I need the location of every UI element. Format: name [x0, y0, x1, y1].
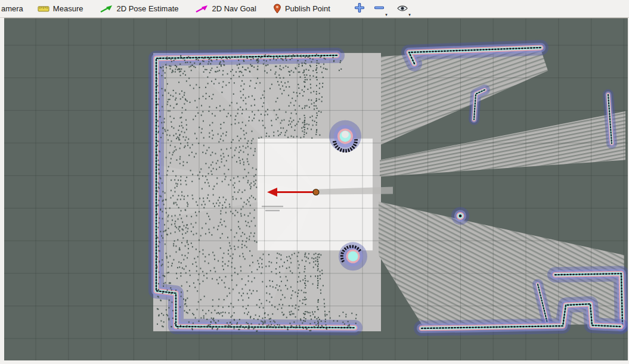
pose-estimate-arrow-icon	[100, 5, 113, 13]
right-column-wall	[608, 95, 612, 144]
chevron-down-icon: ▾	[385, 13, 388, 17]
remove-tool-button[interactable]: ▾	[371, 1, 387, 17]
tool-measure[interactable]: Measure	[35, 0, 86, 17]
obstacle-blob-right	[451, 207, 469, 225]
tool-measure-label: Measure	[53, 4, 83, 13]
measure-ruler-icon	[38, 5, 49, 13]
tool-publish-point-label: Publish Point	[285, 4, 330, 13]
scene-svg	[4, 18, 628, 360]
tool-visibility-button[interactable]: ▾	[395, 1, 410, 17]
tool-2d-pose-estimate-label: 2D Pose Estimate	[116, 4, 178, 13]
nav-goal-arrow-icon	[195, 5, 208, 13]
rviz-window: amera Measure 2D Pose Estimate	[0, 0, 629, 364]
tool-move-camera[interactable]: amera	[0, 0, 26, 17]
chevron-down-icon: ▾	[408, 13, 411, 17]
tool-2d-nav-goal-label: 2D Nav Goal	[212, 4, 256, 13]
eye-icon	[397, 4, 408, 14]
minus-icon	[374, 3, 384, 15]
publish-point-pin-icon	[273, 4, 281, 14]
add-tool-button[interactable]	[352, 1, 367, 17]
toolbar: amera Measure 2D Pose Estimate	[0, 0, 629, 18]
tool-publish-point[interactable]: Publish Point	[271, 0, 333, 17]
robot-marker	[313, 189, 319, 195]
obstacle-blob-top	[329, 120, 361, 153]
tool-2d-pose-estimate[interactable]: 2D Pose Estimate	[97, 0, 181, 17]
render-view-3d[interactable]	[4, 18, 628, 360]
tool-2d-nav-goal[interactable]: 2D Nav Goal	[193, 0, 258, 17]
tool-move-camera-label: amera	[1, 4, 23, 13]
plus-icon	[355, 3, 364, 15]
obstacle-blob-bottom	[339, 242, 367, 270]
